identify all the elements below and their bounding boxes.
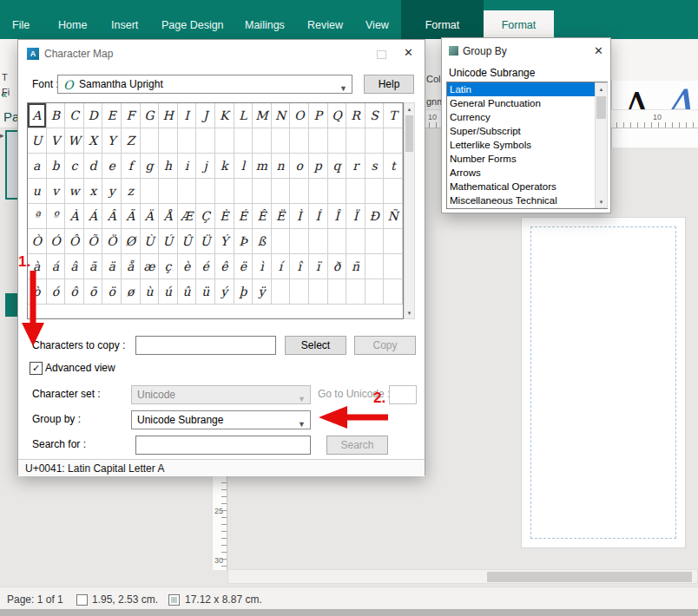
char-cell[interactable] xyxy=(290,229,309,254)
char-cell[interactable] xyxy=(159,179,178,204)
scroll-down-icon[interactable]: ▼ xyxy=(596,196,607,207)
contextual-tab-format[interactable]: Format xyxy=(401,19,484,31)
char-cell[interactable]: H xyxy=(159,103,178,128)
char-cell[interactable]: Ñ xyxy=(384,204,403,229)
char-cell[interactable]: v xyxy=(47,179,66,204)
close-icon[interactable]: ✕ xyxy=(404,46,413,59)
char-cell[interactable] xyxy=(384,128,403,154)
char-cell[interactable] xyxy=(365,254,385,279)
tab-view[interactable]: View xyxy=(365,19,389,31)
char-cell[interactable]: t xyxy=(384,154,403,179)
group-by-list-item[interactable]: Super/Subscript xyxy=(447,124,607,138)
char-cell[interactable]: ð xyxy=(328,254,347,279)
char-cell[interactable]: È xyxy=(215,204,234,229)
char-cell[interactable] xyxy=(328,128,347,154)
char-cell[interactable]: d xyxy=(84,154,103,179)
char-cell[interactable] xyxy=(384,229,403,254)
char-cell[interactable]: W xyxy=(65,128,84,154)
char-cell[interactable]: Q xyxy=(328,103,347,128)
char-cell[interactable] xyxy=(215,179,234,204)
char-cell[interactable]: Á xyxy=(84,204,103,229)
char-cell[interactable]: º xyxy=(47,204,66,229)
char-cell[interactable]: Ï xyxy=(346,204,365,229)
char-cell[interactable]: j xyxy=(196,154,215,179)
char-cell[interactable] xyxy=(178,179,197,204)
char-cell[interactable]: ç xyxy=(159,254,178,279)
char-cell[interactable]: þ xyxy=(234,279,254,305)
char-cell[interactable]: V xyxy=(47,128,66,154)
char-cell[interactable] xyxy=(159,128,178,154)
group-by-list-item[interactable]: Number Forms xyxy=(447,152,607,166)
char-cell[interactable]: ü xyxy=(196,279,215,305)
char-cell[interactable]: ø xyxy=(122,279,141,305)
char-cell[interactable]: ï xyxy=(309,254,328,279)
status-page-indicator[interactable]: Page: 1 of 1 xyxy=(7,593,63,606)
goto-unicode-input[interactable] xyxy=(389,385,417,404)
char-cell[interactable] xyxy=(328,179,347,204)
char-cell[interactable]: æ xyxy=(141,254,160,279)
chevron-down-icon[interactable]: ▼ xyxy=(339,80,347,97)
char-cell[interactable]: Ç xyxy=(196,204,215,229)
help-button[interactable]: Help xyxy=(364,75,414,94)
group-by-list-item[interactable]: Miscellaneous Technical xyxy=(447,193,607,207)
tab-mailings[interactable]: Mailings xyxy=(245,19,285,31)
char-cell[interactable] xyxy=(178,128,197,154)
char-cell[interactable]: K xyxy=(215,103,234,128)
char-cell[interactable]: ì xyxy=(253,254,272,279)
char-cell[interactable]: ë xyxy=(234,254,254,279)
char-cell[interactable]: è xyxy=(178,254,197,279)
char-cell[interactable] xyxy=(346,179,365,204)
scroll-up-icon[interactable]: ▲ xyxy=(596,83,607,95)
char-cell[interactable] xyxy=(253,128,272,154)
char-cell[interactable]: Y xyxy=(102,128,122,154)
char-cell[interactable]: B xyxy=(47,103,66,128)
char-cell[interactable]: e xyxy=(102,154,122,179)
char-cell[interactable]: L xyxy=(234,103,254,128)
characters-to-copy-input[interactable] xyxy=(135,336,276,355)
char-cell[interactable]: Ù xyxy=(141,229,160,254)
char-cell[interactable]: á xyxy=(47,254,66,279)
char-cell[interactable]: à xyxy=(28,254,47,279)
char-cell[interactable]: î xyxy=(290,254,309,279)
panel-arrow-icon[interactable]: ▸ xyxy=(0,131,4,140)
char-cell[interactable]: Æ xyxy=(178,204,197,229)
char-cell[interactable]: s xyxy=(365,154,385,179)
char-cell[interactable]: G xyxy=(141,103,160,128)
char-cell[interactable]: z xyxy=(122,179,141,204)
char-cell[interactable] xyxy=(328,229,347,254)
char-cell[interactable]: ã xyxy=(84,254,103,279)
char-cell[interactable]: f xyxy=(122,154,141,179)
horizontal-scrollbar[interactable] xyxy=(227,569,698,584)
char-cell[interactable]: E xyxy=(102,103,122,128)
char-cell[interactable]: J xyxy=(196,103,215,128)
char-cell[interactable] xyxy=(309,229,328,254)
char-cell[interactable]: k xyxy=(215,154,234,179)
char-cell[interactable] xyxy=(346,229,365,254)
close-icon[interactable]: ✕ xyxy=(594,44,603,57)
char-cell[interactable] xyxy=(365,279,385,305)
char-cell[interactable]: ô xyxy=(65,279,84,305)
char-cell[interactable]: ê xyxy=(215,254,234,279)
group-by-list-item[interactable]: Arrows xyxy=(447,166,607,180)
char-cell[interactable]: Ì xyxy=(290,204,309,229)
char-cell[interactable] xyxy=(346,128,365,154)
char-cell[interactable]: u xyxy=(28,179,47,204)
char-cell[interactable]: Ú xyxy=(159,229,178,254)
tab-page-design[interactable]: Page Design xyxy=(161,19,224,31)
char-cell[interactable]: b xyxy=(47,154,66,179)
char-cell[interactable]: x xyxy=(84,179,103,204)
char-cell[interactable]: a xyxy=(28,154,47,179)
char-cell[interactable]: Í xyxy=(309,204,328,229)
char-cell[interactable] xyxy=(384,179,403,204)
select-button[interactable]: Select xyxy=(285,336,346,355)
char-cell[interactable] xyxy=(309,279,328,305)
char-cell[interactable]: Ò xyxy=(28,229,47,254)
group-by-scrollbar[interactable]: ▲ ▼ xyxy=(595,82,608,208)
char-cell[interactable]: w xyxy=(65,179,84,204)
char-cell[interactable] xyxy=(346,279,365,305)
advanced-view-checkbox[interactable]: ✓ xyxy=(30,362,43,375)
char-cell[interactable]: Å xyxy=(159,204,178,229)
grid-scrollbar[interactable]: ▲ ▼ xyxy=(404,102,415,319)
group-by-list-item[interactable]: General Punctuation xyxy=(447,96,607,110)
char-cell[interactable]: X xyxy=(84,128,103,154)
